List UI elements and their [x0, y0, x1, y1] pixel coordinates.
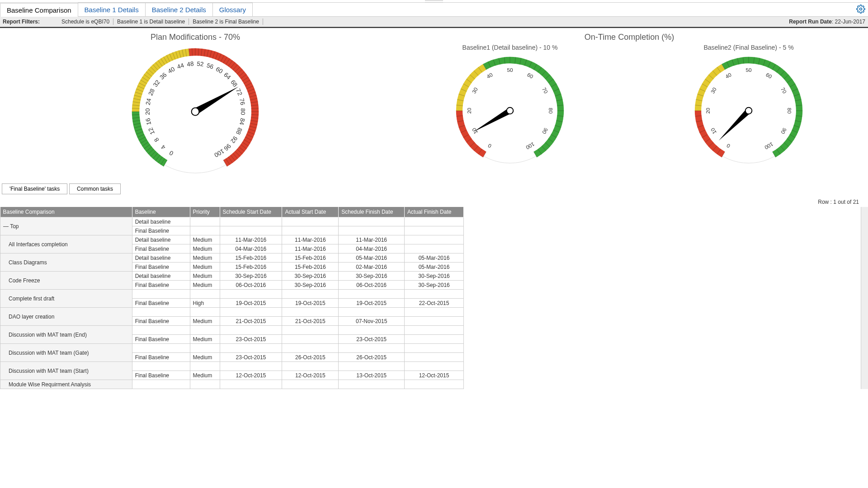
tab-baseline-comparison[interactable]: Baseline Comparison: [0, 3, 78, 17]
gauges-ontime: On-Time Completion (%) Baseline1 (Detail…: [391, 33, 868, 181]
svg-text:30: 30: [709, 86, 717, 94]
svg-text:0: 0: [168, 149, 175, 157]
svg-text:20: 20: [144, 108, 151, 115]
tab-baseline-1-details[interactable]: Baseline 1 Details: [78, 3, 146, 16]
svg-text:80: 80: [787, 108, 793, 114]
row-counter: Row : 1 out of 21: [0, 197, 868, 207]
col-priority[interactable]: Priority: [190, 207, 220, 217]
svg-text:80: 80: [240, 108, 246, 115]
svg-text:20: 20: [466, 108, 472, 114]
svg-point-195: [507, 108, 514, 114]
svg-text:10: 10: [709, 127, 717, 135]
table-row: Code Freeze Detail baselineMedium30-Sep-…: [0, 272, 464, 281]
table-row: Discussion with MAT team (End): [0, 326, 464, 335]
gauge-baseline1-svg: 0102030405060708090100: [451, 52, 569, 169]
filter-baseline1: Baseline 1 is Detail baseline: [113, 19, 189, 25]
gauge-plan-svg: 0481216202428323640444852566064687276808…: [127, 44, 263, 179]
gauge-baseline2-svg: 0102030405060708090100: [690, 52, 807, 169]
report-run-date: Report Run Date: 22-Jun-2017: [789, 19, 865, 25]
col-schedule-start[interactable]: Schedule Start Date: [220, 207, 282, 217]
gauge-title: Plan Modifications - 70%: [0, 33, 391, 42]
svg-text:48: 48: [187, 60, 194, 67]
svg-text:100: 100: [764, 141, 774, 150]
svg-text:100: 100: [525, 141, 536, 150]
col-baseline-comparison[interactable]: Baseline Comparison: [0, 207, 132, 217]
svg-text:12: 12: [147, 127, 156, 136]
svg-text:16: 16: [144, 117, 152, 126]
svg-text:0: 0: [726, 142, 731, 149]
tabs-bar: Baseline Comparison Baseline 1 Details B…: [0, 3, 868, 17]
col-schedule-finish[interactable]: Schedule Finish Date: [339, 207, 405, 217]
svg-marker-194: [473, 108, 511, 132]
table-header-row: Baseline Comparison Baseline Priority Sc…: [0, 207, 464, 217]
svg-text:40: 40: [167, 66, 176, 75]
table-container: Baseline Comparison Baseline Priority Sc…: [0, 207, 868, 389]
table-row: Discussion with MAT team (Gate): [0, 344, 464, 353]
gauge-subtitle: Baseline2 (Final Baseline) - 5 %: [690, 44, 807, 51]
svg-text:68: 68: [229, 79, 239, 88]
table-row: All Interfaces completion Detail baselin…: [0, 235, 464, 244]
table-row: DAO layer creation: [0, 308, 464, 317]
svg-marker-259: [719, 108, 751, 141]
table-row: Discussion with MAT team (Start): [0, 362, 464, 371]
gauges-row: Plan Modifications - 70% 048121620242832…: [0, 28, 868, 181]
filters-bar: Report Filters: Schedule is eQBI70 Basel…: [0, 17, 868, 27]
gauge-baseline1: Baseline1 (Detail baseline) - 10 % 01020…: [451, 44, 569, 171]
common-tasks-button[interactable]: Common tasks: [69, 183, 121, 194]
gear-icon[interactable]: [856, 5, 865, 15]
svg-text:90: 90: [541, 127, 549, 135]
final-baseline-tasks-button[interactable]: 'Final Baseline' tasks: [2, 183, 67, 194]
buttons-row: 'Final Baseline' tasks Common tasks: [0, 181, 868, 197]
svg-text:36: 36: [159, 71, 168, 81]
svg-text:8: 8: [153, 136, 160, 143]
filter-baseline2: Baseline 2 is Final Baseline: [189, 19, 263, 25]
gauge-title: On-Time Completion (%): [391, 33, 868, 42]
table-row: Class Diagrams Detail baselineMedium15-F…: [0, 253, 464, 263]
gauge-subtitle: Baseline1 (Detail baseline) - 10 %: [451, 44, 569, 51]
svg-text:40: 40: [486, 71, 494, 80]
vertical-scrollbar[interactable]: [861, 207, 868, 389]
svg-text:0: 0: [487, 142, 493, 149]
svg-text:60: 60: [215, 66, 224, 75]
svg-text:60: 60: [765, 71, 773, 80]
svg-text:50: 50: [745, 67, 752, 73]
svg-text:90: 90: [780, 127, 788, 135]
svg-text:70: 70: [541, 86, 549, 94]
svg-point-0: [860, 8, 862, 10]
svg-point-130: [192, 108, 199, 116]
table-row: Module Wise Requirment Analysis: [0, 380, 464, 389]
svg-text:56: 56: [206, 62, 214, 70]
col-baseline[interactable]: Baseline: [132, 207, 190, 217]
tab-glossary[interactable]: Glossary: [212, 3, 253, 16]
svg-text:40: 40: [724, 71, 732, 80]
col-actual-finish[interactable]: Actual Finish Date: [405, 207, 464, 217]
svg-text:70: 70: [780, 86, 788, 94]
svg-text:28: 28: [147, 88, 156, 97]
tab-baseline-2-details[interactable]: Baseline 2 Details: [145, 3, 213, 16]
gauge-plan-modifications: Plan Modifications - 70% 048121620242832…: [0, 33, 391, 181]
comparison-table: Baseline Comparison Baseline Priority Sc…: [0, 207, 464, 389]
collapse-icon[interactable]: —: [3, 223, 9, 230]
svg-marker-129: [193, 87, 239, 115]
svg-text:24: 24: [144, 98, 152, 106]
svg-text:30: 30: [471, 86, 479, 94]
table-row: — Top Detail baseline: [0, 217, 464, 226]
svg-text:76: 76: [238, 98, 246, 106]
svg-text:64: 64: [222, 71, 232, 81]
svg-text:32: 32: [152, 79, 161, 88]
col-actual-start[interactable]: Actual Start Date: [282, 207, 339, 217]
gauge-baseline2: Baseline2 (Final Baseline) - 5 % 0102030…: [690, 44, 807, 171]
filter-schedule: Schedule is eQBI70: [58, 19, 113, 25]
svg-text:88: 88: [235, 127, 244, 136]
svg-text:72: 72: [235, 88, 244, 97]
table-row: Complete first draft: [0, 290, 464, 299]
svg-text:84: 84: [238, 117, 246, 126]
svg-point-260: [745, 108, 752, 114]
svg-text:44: 44: [176, 62, 185, 70]
svg-text:52: 52: [197, 60, 204, 67]
svg-text:4: 4: [160, 143, 167, 151]
svg-text:100: 100: [213, 148, 225, 159]
svg-text:50: 50: [507, 67, 513, 73]
svg-text:60: 60: [526, 71, 534, 80]
svg-text:20: 20: [705, 108, 711, 114]
